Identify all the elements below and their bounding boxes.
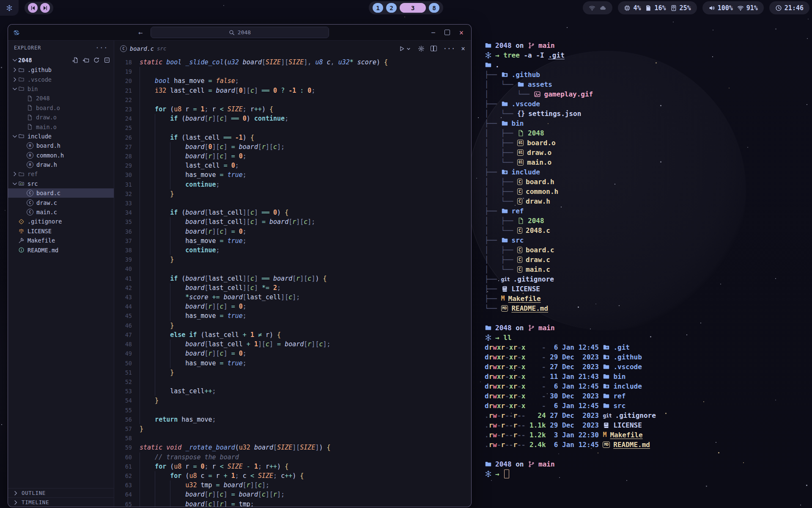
terminal-line: ├── bin: [485, 119, 810, 128]
file-icon: [27, 105, 33, 111]
sidebar-item-Makefile[interactable]: Makefile: [8, 236, 114, 245]
workspace-2[interactable]: 2: [386, 3, 397, 13]
audio-network-stats[interactable]: 100% 91%: [702, 1, 764, 14]
folder-gear-icon: [603, 383, 610, 390]
code-line-29: 29 last_cell = 0;: [114, 161, 471, 170]
md-icon: MD: [603, 442, 610, 448]
run-file-button[interactable]: [398, 45, 412, 52]
sidebar-item-main.o[interactable]: main.o: [8, 122, 114, 131]
clock-time: 21:46: [785, 4, 804, 12]
vscodium-logo-icon: [13, 29, 20, 36]
file-label: board.c: [36, 190, 60, 196]
o-folder-icon: [18, 133, 25, 139]
code-line-58: 58: [114, 433, 471, 443]
c-badge-icon: C: [517, 257, 522, 263]
clock-widget[interactable]: 21:46: [769, 1, 809, 14]
tab-bar: C board.c src ··· ×: [114, 41, 471, 56]
file-label: .gitignore: [27, 218, 62, 225]
workspace-3[interactable]: 3: [400, 3, 426, 13]
new-folder-icon[interactable]: [82, 57, 89, 64]
code-line-43: 43 *score += board[last_cell][c];: [114, 293, 471, 302]
sidebar-item-bin[interactable]: bin: [8, 84, 114, 94]
terminal-line: [485, 450, 810, 459]
minimize-button[interactable]: ─: [431, 29, 435, 36]
sidebar-item-board.c[interactable]: Cboard.c: [8, 188, 114, 198]
split-editor-icon[interactable]: [431, 46, 437, 51]
sidebar-item-2048[interactable]: 2048: [8, 94, 114, 103]
timeline-section[interactable]: TIMELINE: [8, 497, 114, 507]
code-line-23: 23 for (u8 r = 1; r < SIZE; r++) {: [114, 105, 471, 114]
chevron-down-icon: [11, 86, 18, 92]
o-folder-src-icon: [18, 180, 25, 187]
search-value: 2048: [238, 29, 251, 36]
sidebar-item-include[interactable]: include: [8, 132, 114, 141]
command-center-search[interactable]: 2048: [151, 27, 329, 38]
explorer-root-folder[interactable]: 2048: [8, 55, 114, 65]
sidebar-item-ref[interactable]: ref: [8, 169, 114, 179]
sidebar-item-src[interactable]: src: [8, 179, 114, 188]
o-badge-icon: 01: [517, 149, 524, 156]
nav-back-button[interactable]: ←: [138, 28, 143, 37]
image-icon: [534, 91, 541, 98]
disk-icon: [670, 5, 677, 11]
sidebar-item-common.h[interactable]: Hcommon.h: [8, 151, 114, 160]
settings-gear-icon[interactable]: [418, 45, 425, 52]
code-line-19: 19: [114, 67, 471, 76]
snowflake-icon: [485, 470, 492, 478]
terminal-line: │ └── Cdraw.h: [485, 196, 810, 206]
tab-board-c[interactable]: C board.c src: [120, 45, 166, 52]
sidebar-item-draw.c[interactable]: Cdraw.c: [8, 198, 114, 207]
disk-usage: 25%: [680, 4, 691, 12]
network-tray[interactable]: [583, 1, 612, 14]
outline-section[interactable]: OUTLINE: [8, 488, 114, 497]
code-line-24: 24 if (board[r][c] ══ 0) continue;: [114, 114, 471, 123]
more-actions-icon[interactable]: ···: [443, 44, 455, 52]
new-file-icon[interactable]: [72, 57, 79, 64]
skip-back-icon: [30, 5, 36, 11]
media-next-button[interactable]: [40, 3, 50, 13]
sidebar-item-.github[interactable]: .github: [8, 65, 114, 75]
c-badge-icon: C: [517, 266, 522, 273]
cpu-icon: [624, 5, 631, 11]
sidebar-item-draw.o[interactable]: draw.o: [8, 113, 114, 122]
terminal-line: ├── ref: [485, 206, 810, 216]
sidebar-item-board.h[interactable]: Hboard.h: [8, 141, 114, 150]
volume-level: 100%: [718, 4, 733, 12]
sidebar-item-README.md[interactable]: README.md: [8, 245, 114, 254]
terminal-line: →: [485, 469, 810, 479]
code-line-48: 48 board[last_cell + 1][c] = board[r][c]…: [114, 340, 471, 349]
collapse-all-icon[interactable]: [104, 57, 110, 64]
sidebar-item-draw.h[interactable]: Hdraw.h: [8, 160, 114, 169]
code-editor[interactable]: 18static bool _slide_col(u32 board[SIZE]…: [114, 56, 471, 507]
sidebar-item-main.c[interactable]: Cmain.c: [8, 207, 114, 217]
terminal[interactable]: 2048 on main→ tree -a -I .git.├── .githu…: [485, 41, 810, 479]
close-button[interactable]: ×: [459, 28, 464, 37]
explorer-more-icon[interactable]: ···: [96, 44, 108, 52]
wifi-tray-icon: [589, 5, 595, 11]
file-icon: [517, 217, 524, 224]
file-label: .github: [27, 66, 52, 73]
titlebar[interactable]: ← → 2048 ─ ×: [8, 25, 471, 41]
workspace-8[interactable]: 8: [429, 3, 439, 13]
sidebar-item-.vscode[interactable]: .vscode: [8, 75, 114, 84]
code-line-61: 61 for (u8 r = 0; r < SIZE - 1; r++) {: [114, 462, 471, 471]
chevron-right-icon: [11, 76, 18, 83]
scales-icon: [18, 228, 25, 234]
code-line-56: 56 return has_move;: [114, 415, 471, 424]
timeline-label: TIMELINE: [22, 499, 49, 505]
code-line-60: 60 // transpose the board: [114, 453, 471, 462]
chevron-down-icon: [11, 180, 18, 187]
nixos-launcher-button[interactable]: [0, 0, 19, 16]
file-label: .vscode: [27, 76, 52, 83]
sidebar-item-board.o[interactable]: board.o: [8, 103, 114, 113]
refresh-icon[interactable]: [93, 57, 100, 64]
sidebar-item-LICENSE[interactable]: LICENSE: [8, 226, 114, 236]
folder-git-icon: [603, 344, 610, 351]
workspace-1[interactable]: 1: [373, 3, 383, 13]
file-icon: [27, 124, 33, 130]
media-previous-button[interactable]: [28, 3, 38, 13]
code-line-44: 44 board[r][c] = 0;: [114, 302, 471, 311]
maximize-button[interactable]: [444, 30, 450, 35]
sidebar-item-.gitignore[interactable]: .gitignore: [8, 217, 114, 226]
close-editor-icon[interactable]: ×: [461, 44, 465, 52]
